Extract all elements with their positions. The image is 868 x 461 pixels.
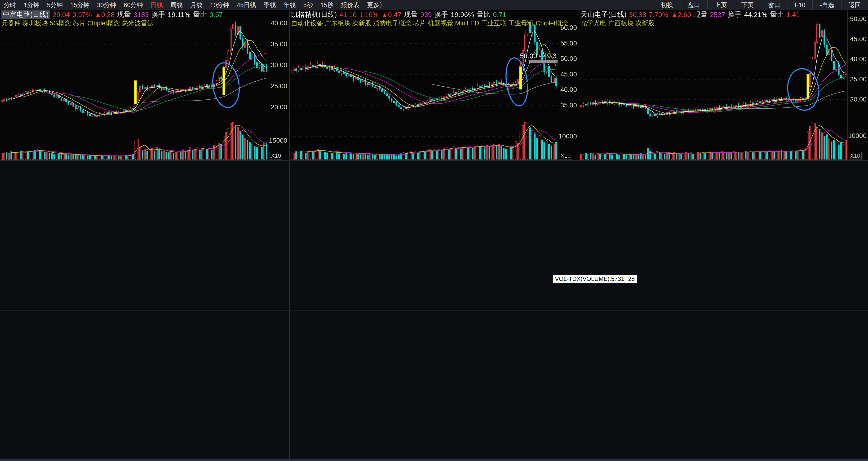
window-bottom-edge	[0, 459, 868, 461]
change-amount: ▲2.60	[671, 11, 691, 19]
period-menu-item-14[interactable]: 15秒	[317, 0, 337, 10]
concept-tags[interactable]: 元器件 深圳板块 5G概念 芯片 Chiplet概念 毫米波雷达	[1, 19, 154, 27]
price-axis-label: 50.00	[560, 55, 577, 62]
period-menu-item-5[interactable]: 60分钟	[120, 0, 147, 10]
price-axis-label: 30.00	[271, 61, 287, 69]
price-axis-label: 20.00	[271, 103, 287, 111]
stock-chart-cell-0[interactable]: 中富电路(日线)29.040.97%▲0.28现量3183换手19.11%量比0…	[0, 10, 289, 160]
column-divider	[579, 10, 579, 459]
menu-button-7[interactable]: 返回	[841, 0, 868, 10]
stock-header: 中富电路(日线)29.040.97%▲0.28现量3183换手19.11%量比0…	[1, 11, 225, 19]
volume-unit-label: X10	[270, 152, 282, 159]
menu-button-0[interactable]: 切换	[654, 0, 681, 10]
stock-name: 凯格精机(日线)	[291, 10, 337, 20]
empty-chart-cell	[579, 310, 868, 459]
period-menu-item-16[interactable]: 更多〉	[363, 0, 389, 10]
candlestick-volume-canvas[interactable]	[0, 10, 289, 160]
change-amount: ▲0.28	[94, 11, 115, 19]
change-percent: 7.70%	[649, 11, 668, 19]
menu-button-1[interactable]: 盘口	[681, 0, 707, 10]
price-band-annotation	[529, 60, 558, 63]
current-volume-value: 2537	[710, 11, 725, 19]
concept-tags[interactable]: 自动化设备 广东板块 次新股 消费电子概念 芯片 机器视觉 MiniLED 工业…	[291, 19, 568, 27]
stock-name: 天山电子(日线)	[581, 10, 626, 20]
period-menu-item-9[interactable]: 10分钟	[206, 0, 233, 10]
period-menu-item-11[interactable]: 季线	[260, 0, 280, 10]
candlestick-volume-canvas[interactable]	[579, 10, 868, 160]
volume-ratio-label: 量比	[476, 10, 490, 20]
period-menu-item-3[interactable]: 15分钟	[66, 0, 93, 10]
price-axis-label: 30.00	[850, 96, 867, 103]
row-divider	[0, 310, 868, 310]
stock-chart-cell-2[interactable]: 天山电子(日线)36.387.70%▲2.60现量2537换手44.21%量比1…	[579, 10, 868, 160]
row-divider	[0, 160, 868, 161]
volume-unit-label: X10	[849, 152, 862, 159]
volume-axis-label: 10000	[558, 132, 577, 140]
period-menu-item-15[interactable]: 报价表	[337, 0, 363, 10]
period-menu-item-1[interactable]: 1分钟	[20, 0, 43, 10]
stock-header: 凯格精机(日线)41.161.16%▲0.47现量939换手19.96%量比0.…	[291, 11, 509, 19]
last-price: 41.16	[339, 11, 356, 19]
price-axis-label: 40.00	[560, 86, 577, 93]
period-menu-items: 分时1分钟5分钟15分钟30分钟60分钟日线周线月线10分钟45日线季线年线5秒…	[0, 0, 389, 10]
price-axis-label: 40.00	[271, 20, 287, 27]
stock-header: 天山电子(日线)36.387.70%▲2.60现量2537换手44.21%量比1…	[581, 11, 802, 19]
menu-button-6[interactable]: -自选	[812, 0, 841, 10]
volume-axis-label: 10000	[848, 132, 867, 140]
price-axis-label: 45.00	[850, 35, 867, 43]
turnover-value: 19.11%	[168, 11, 190, 19]
stock-chart-cell-1[interactable]: 凯格精机(日线)41.161.16%▲0.47现量939换手19.96%量比0.…	[290, 10, 579, 160]
empty-chart-cell	[0, 161, 289, 310]
period-menu-item-6[interactable]: 日线	[147, 0, 166, 10]
current-volume-value: 3183	[133, 11, 149, 19]
price-axis-label: 55.00	[560, 39, 577, 47]
price-axis-label: 35.00	[560, 101, 577, 109]
current-volume-label: 现量	[404, 10, 418, 20]
price-axis-label: 25.00	[271, 82, 287, 90]
change-percent: 1.16%	[359, 11, 379, 19]
empty-chart-cell	[290, 310, 579, 459]
period-menu-item-4[interactable]: 30分钟	[93, 0, 120, 10]
last-price: 36.38	[629, 11, 646, 19]
price-axis-label: 40.00	[850, 55, 867, 63]
volume-ratio-label: 量比	[193, 10, 207, 20]
period-menu-item-8[interactable]: 月线	[186, 0, 206, 10]
menu-button-4[interactable]: 窗口	[761, 0, 787, 10]
period-menu-item-2[interactable]: 5分钟	[43, 0, 66, 10]
last-price: 29.04	[53, 11, 70, 19]
volume-ratio-value: 1.41	[786, 11, 800, 19]
period-menu-item-7[interactable]: 周线	[166, 0, 186, 10]
menu-button-2[interactable]: 上页	[707, 0, 734, 10]
window-action-buttons: 切换盘口上页下页窗口F10-自选返回	[654, 0, 868, 10]
menu-button-3[interactable]: 下页	[734, 0, 761, 10]
column-divider	[289, 10, 290, 459]
period-menu-item-12[interactable]: 年线	[280, 0, 300, 10]
menu-button-5[interactable]: F10	[787, 0, 813, 10]
turnover-value: 44.21%	[744, 11, 768, 19]
period-menu-item-13[interactable]: 5秒	[300, 0, 317, 10]
period-menu-item-10[interactable]: 45日线	[233, 0, 260, 10]
empty-chart-cell	[290, 161, 579, 310]
price-axis-label: 35.00	[271, 40, 287, 48]
turnover-label: 换手	[434, 10, 448, 20]
volume-indicator-text: VOL-TDX(VOLUME):5731	[555, 275, 624, 282]
empty-chart-cell	[579, 161, 868, 310]
price-axis-label: 35.00	[850, 75, 867, 83]
volume-ratio-value: 0.71	[493, 11, 506, 19]
price-range-tooltip: 50.00 - 49.3	[497, 52, 557, 60]
stock-name: 中富电路(日线)	[1, 10, 50, 20]
volume-axis-label: 15000	[269, 137, 287, 144]
volume-unit-label: X10	[559, 152, 572, 159]
period-menu-item-0[interactable]: 分时	[0, 0, 20, 10]
price-axis-label: 45.00	[560, 70, 577, 78]
current-volume-label: 现量	[117, 10, 131, 20]
candlestick-volume-canvas[interactable]	[290, 10, 579, 160]
volume-ratio-label: 量比	[770, 10, 784, 20]
turnover-label: 换手	[151, 10, 165, 20]
concept-tags[interactable]: 光学光电 广西板块 次新股	[581, 19, 655, 27]
turnover-label: 换手	[728, 10, 742, 20]
volume-indicator-tooltip: VOL-TDX(VOLUME):573128	[553, 275, 637, 283]
empty-chart-cell	[0, 310, 289, 459]
change-amount: ▲0.47	[381, 11, 401, 19]
period-menubar: 分时1分钟5分钟15分钟30分钟60分钟日线周线月线10分钟45日线季线年线5秒…	[0, 0, 868, 10]
